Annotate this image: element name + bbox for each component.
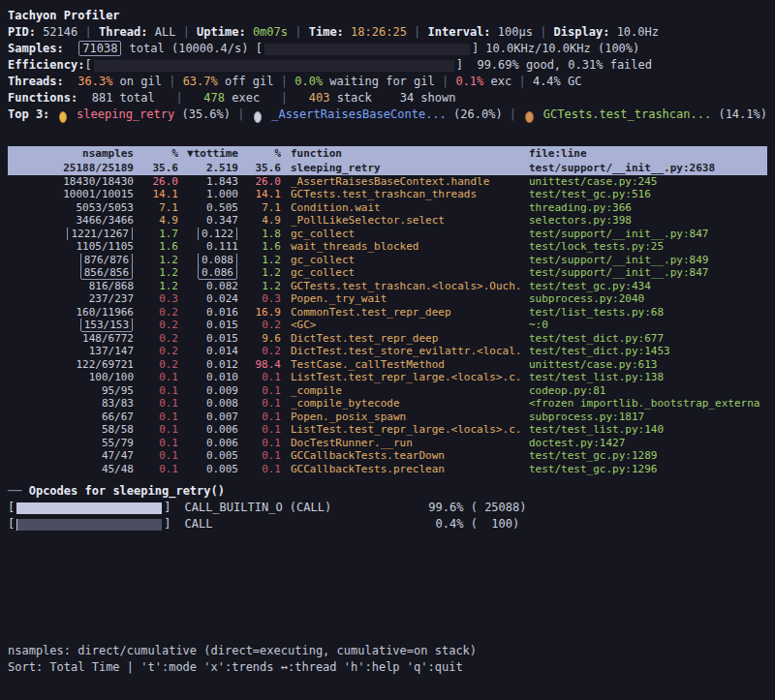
samples-capacity: 10.0KHz/10.0KHz (100%) [479, 42, 639, 55]
table-row[interactable]: 1221/12671.70.1221.8gc_collecttest/suppo… [8, 228, 767, 241]
opcode-count: ( 100) [463, 516, 519, 533]
uptime-value: 0m07s [253, 24, 294, 41]
table-row[interactable]: 66/670.10.0070.1Popen._posix_spawnsubpro… [8, 411, 767, 424]
cell-pct-cumulative: 1.2 [238, 280, 281, 293]
cell-function: TestCase._callTestMethod [281, 358, 521, 372]
cell-tottime: 0.014 [178, 345, 238, 358]
text-segment: shown [414, 90, 455, 107]
efficiency-label-text: Efficiency: [8, 57, 84, 74]
table-row[interactable]: 45/480.10.0050.1GCCallbackTests.preclean… [8, 463, 767, 476]
text-segment: | [281, 74, 294, 90]
table-row[interactable]: 100/1000.10.0100.1ListTest.test_repr_lar… [8, 371, 767, 384]
table-row[interactable]: 10001/1001514.11.00014.1GCTests.test_tra… [8, 188, 767, 201]
cell-pct-direct: 7.1 [134, 201, 178, 215]
cell-tottime: 0.082 [178, 280, 238, 293]
changed-value-box: 1221/1267 [67, 228, 133, 241]
table-row[interactable]: 160/119660.20.01616.9CommonTest.test_rep… [8, 306, 767, 320]
text-segment: | [510, 107, 523, 123]
cell-file-line: ~:0 [521, 319, 767, 332]
cell-tottime: 0.111 [178, 240, 238, 254]
table-row[interactable]: 47/470.10.0050.1GCCallbackTests.tearDown… [8, 449, 767, 463]
silver-medal-icon [254, 111, 262, 123]
bar-close-bracket: ] [472, 41, 479, 57]
cell-pct-cumulative: 0.1 [238, 423, 281, 437]
table-row[interactable]: 55/790.10.0060.1DocTestRunner.__rundocte… [8, 437, 767, 450]
top3-pct: (14.1%) [711, 107, 767, 123]
cell-nsamples: 66/67 [8, 411, 134, 424]
table-row[interactable]: 5053/50537.10.5057.1Condition.waitthread… [8, 201, 767, 215]
efficiency-summary-text: 99.69% good, 0.31% failed [463, 57, 652, 74]
table-row[interactable]: 153/1530.20.0150.2<GC>~:0 [8, 319, 767, 332]
cell-pct-cumulative: 0.1 [238, 397, 281, 411]
header-table-gap [8, 123, 767, 146]
column-header-pct-cumulative[interactable]: % [238, 146, 281, 162]
bar-open-bracket: [ [8, 516, 15, 533]
cell-function: DocTestRunner.__run [281, 437, 521, 450]
table-row[interactable]: 122/697210.20.01298.4TestCase._callTestM… [8, 358, 767, 372]
table-row[interactable]: 3466/34664.90.3474.9_PollLikeSelector.se… [8, 214, 767, 228]
text-segment: | [281, 90, 288, 107]
column-header-function[interactable]: function [281, 146, 521, 162]
cell-tottime: 0.505 [178, 201, 238, 215]
opcode-bar [16, 502, 162, 514]
cell-file-line: <frozen importlib._bootstrap_externa [521, 397, 767, 411]
cell-pct-cumulative: 0.1 [238, 437, 281, 450]
table-row[interactable]: 856/8561.20.0861.2gc_collecttest/support… [8, 266, 767, 280]
cell-nsamples: 18430/18430 [8, 175, 134, 189]
text-segment: | [84, 24, 98, 41]
cell-tottime: 0.006 [178, 423, 238, 437]
opcode-bar-fill [16, 519, 17, 531]
cell-pct-cumulative: 0.1 [238, 463, 281, 476]
separator-dashes: ── [8, 483, 29, 500]
table-row[interactable]: 137/1470.20.0140.2DictTest.test_store_ev… [8, 345, 767, 358]
table-row[interactable]: 876/8761.20.0881.2gc_collecttest/support… [8, 254, 767, 267]
table-row[interactable]: 18430/1843026.01.84326.0_AssertRaisesBas… [8, 175, 767, 189]
cell-function: ListTest.test_repr_large.<locals>.c... [281, 423, 521, 437]
cell-tottime: 2.519 [178, 162, 238, 175]
cell-pct-direct: 0.2 [134, 345, 178, 358]
table-row[interactable]: 816/8681.20.0821.2GCTests.test_trashcan.… [8, 280, 767, 293]
text-segment: exec [225, 90, 281, 107]
thread-label: Thread: [99, 24, 155, 41]
cell-file-line: test/support/__init__.py:847 [521, 228, 767, 241]
column-header-file-line[interactable]: file:line [521, 146, 767, 162]
cell-pct-direct: 1.6 [134, 240, 178, 254]
table-row-selected[interactable]: 25188/2518935.62.51935.6sleeping_retryte… [8, 162, 767, 175]
cell-nsamples: 237/237 [8, 292, 134, 306]
cell-pct-cumulative: 26.0 [238, 175, 281, 189]
table-row[interactable]: 148/67720.20.0159.6DictTest.test_repr_de… [8, 332, 767, 346]
profiler-screen: Tachyon Profiler PID: 52146 | Thread: AL… [0, 0, 775, 700]
cell-pct-direct: 1.2 [134, 266, 178, 280]
text-segment: off gil [218, 74, 281, 90]
samples-capacity-text: 10.0KHz/10.0KHz (100%) [479, 41, 639, 57]
cell-function: Popen._try_wait [281, 292, 521, 306]
column-header-pct-direct[interactable]: % [134, 146, 178, 162]
table-row[interactable]: 1105/11051.60.1111.6wait_threads_blocked… [8, 240, 767, 254]
cell-function: gc_collect [281, 228, 521, 241]
table-row[interactable]: 95/950.10.0090.1_compilecodeop.py:81 [8, 384, 767, 398]
cell-function: _compile [281, 384, 521, 398]
efficiency-text: 99.69% good, 0.31% failed [463, 58, 652, 72]
changed-value-box: 856/856 [80, 266, 133, 280]
cell-pct-cumulative: 1.8 [238, 228, 281, 241]
table-row[interactable]: 58/580.10.0060.1ListTest.test_repr_large… [8, 423, 767, 437]
column-header-tottime-sorted[interactable]: ▼tottime [178, 146, 238, 162]
table-row[interactable]: 237/2370.30.0240.3Popen._try_waitsubproc… [8, 292, 767, 306]
cell-tottime: 0.015 [178, 319, 238, 332]
cell-pct-cumulative: 0.1 [238, 384, 281, 398]
cell-nsamples: 47/47 [8, 449, 134, 463]
table-row[interactable]: 83/830.10.0080.1_compile_bytecode<frozen… [8, 397, 767, 411]
column-header-nsamples[interactable]: nsamples [8, 146, 134, 162]
cell-nsamples: 100/100 [8, 371, 134, 384]
cell-file-line: threading.py:366 [521, 201, 767, 215]
cell-file-line: test/support/__init__.py:847 [521, 266, 767, 280]
functions-exec: 478 [203, 90, 225, 107]
on-gil-pct: 36.3% [78, 74, 112, 90]
functions-line: Functions: 881 total | 478 exec | 403 st… [8, 90, 767, 107]
samples-total: 71038 [78, 41, 121, 56]
cell-tottime: 0.024 [178, 292, 238, 306]
efficiency-bar [94, 60, 454, 72]
changed-value-box: 153/153 [80, 319, 133, 332]
cell-pct-cumulative: 9.6 [238, 332, 281, 346]
cell-tottime: 0.015 [178, 332, 238, 346]
